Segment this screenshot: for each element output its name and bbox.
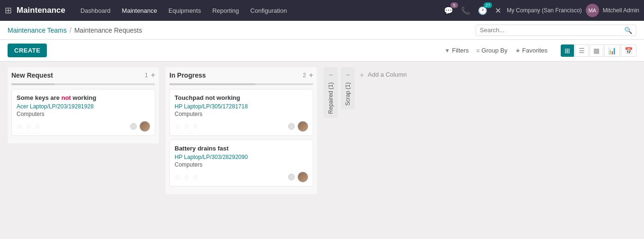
top-nav: ⊞ Maintenance Dashboard Maintenance Equi… (0, 0, 644, 21)
star-icon: ★ (515, 47, 520, 54)
card-status-1[interactable] (130, 123, 137, 130)
card-avatar-2 (298, 121, 308, 132)
filters-label: Filters (452, 47, 468, 54)
card-status-3[interactable] (288, 174, 295, 180)
breadcrumb-parent[interactable]: Maintenance Teams (8, 27, 67, 34)
search-bar: 🔍 (476, 25, 636, 36)
secondary-bar: Maintenance Teams / Maintenance Requests… (0, 21, 644, 40)
breadcrumb-separator: / (70, 27, 71, 34)
chart-view-button[interactable]: 📊 (604, 44, 620, 57)
column-count-new-request: 1 (141, 72, 148, 79)
column-header-new-request: New Request 1 + (11, 71, 155, 80)
company-name: My Company (San Francisco) (507, 7, 582, 14)
clock-badge: 27 (484, 2, 492, 8)
list-view-button[interactable]: ☰ (575, 44, 589, 57)
kanban-board: New Request 1 + Some keys are not workin… (0, 62, 644, 235)
card-title-3: Battery drains fast (175, 145, 308, 152)
column-header-in-progress: In Progress 2 + (169, 71, 313, 80)
card-title-2: Touchpad not working (175, 94, 308, 101)
card-star-3a[interactable]: ☆ (175, 173, 181, 181)
card-star-1a[interactable]: ☆ (17, 123, 23, 130)
filter-icon: ▼ (444, 47, 450, 54)
favorites-label: Favorites (522, 47, 547, 54)
column-repaired-collapsed[interactable]: − Repaired (1) (324, 67, 338, 118)
phone-icon[interactable]: 📞 (459, 4, 472, 17)
grid-icon[interactable]: ⊞ (5, 5, 12, 16)
nav-maintenance[interactable]: Maintenance (117, 5, 162, 16)
nav-dashboard[interactable]: Dashboard (76, 5, 115, 16)
close-icon[interactable]: ✕ (493, 4, 503, 17)
nav-configuration[interactable]: Configuration (246, 5, 291, 16)
card-star-3c[interactable]: ☆ (193, 173, 199, 181)
messages-badge: 5 (450, 2, 458, 8)
nav-links: Dashboard Maintenance Equipments Reporti… (76, 5, 439, 16)
card-link-3[interactable]: HP Laptop/LP/303/28292090 (175, 154, 308, 160)
card-footer-3: ☆ ☆ ☆ (175, 172, 308, 182)
add-column-label: Add a Column (368, 71, 406, 78)
card-touchpad-not-working[interactable]: Touchpad not working HP Laptop/LP/305/17… (169, 89, 313, 136)
card-battery-drains-fast[interactable]: Battery drains fast HP Laptop/LP/303/282… (169, 140, 313, 186)
column-count-in-progress: 2 (299, 72, 306, 79)
card-category-3: Computers (175, 161, 308, 168)
groupby-button[interactable]: ≡ Group By (476, 47, 508, 54)
filters-button[interactable]: ▼ Filters (444, 47, 468, 54)
card-keys-not-working[interactable]: Some keys are not working Acer Laptop/LP… (11, 89, 155, 136)
search-input[interactable] (480, 27, 624, 34)
avatar[interactable]: MA (586, 4, 599, 17)
column-add-in-progress[interactable]: + (309, 71, 313, 80)
breadcrumb: Maintenance Teams / Maintenance Requests (8, 27, 142, 34)
repaired-column-title: Repaired (1) (327, 82, 334, 114)
card-star-2b[interactable]: ☆ (184, 123, 190, 130)
column-progress-bar-new-request (11, 83, 54, 85)
favorites-button[interactable]: ★ Favorites (515, 47, 547, 54)
card-star-3b[interactable]: ☆ (184, 173, 190, 181)
card-avatar-3 (298, 172, 308, 182)
card-link-2[interactable]: HP Laptop/LP/305/17281718 (175, 103, 308, 110)
card-title-emphasis-1: not (62, 94, 71, 101)
card-star-2c[interactable]: ☆ (193, 123, 199, 130)
card-status-2[interactable] (288, 123, 295, 130)
clock-icon[interactable]: 🕐 27 (476, 4, 489, 17)
username: Mitchell Admin (603, 7, 639, 14)
column-progress-new-request (11, 83, 155, 85)
card-star-1b[interactable]: ☆ (26, 123, 32, 130)
column-new-request: New Request 1 + Some keys are not workin… (8, 67, 159, 143)
calendar-view-button[interactable]: 📅 (621, 44, 636, 57)
column-title-new-request: New Request (11, 71, 138, 79)
add-column-button[interactable]: + Add a Column (358, 67, 415, 83)
groupby-label: Group By (482, 47, 508, 54)
grid-view-button[interactable]: ▦ (590, 44, 603, 57)
card-star-1c[interactable]: ☆ (35, 123, 41, 130)
card-avatar-1 (140, 121, 150, 132)
app-brand: Maintenance (17, 6, 65, 15)
add-column-icon: + (360, 71, 364, 80)
nav-equipments[interactable]: Equipments (164, 5, 206, 16)
filter-group: ▼ Filters ≡ Group By ★ Favorites (444, 47, 547, 54)
column-scrap-collapsed[interactable]: − Scrap (1) (341, 67, 355, 109)
card-link-1[interactable]: Acer Laptop/LP/203/19281928 (17, 103, 150, 110)
kanban-view-button[interactable]: ⊞ (561, 44, 574, 57)
scrap-collapse-icon[interactable]: − (346, 71, 350, 79)
nav-right: 💬 5 📞 🕐 27 ✕ My Company (San Francisco) … (442, 4, 639, 17)
card-star-2a[interactable]: ☆ (175, 123, 181, 130)
repaired-collapse-icon[interactable]: − (329, 71, 333, 79)
column-progress-bar-in-progress (169, 83, 256, 85)
action-bar: CREATE ▼ Filters ≡ Group By ★ Favorites … (0, 40, 644, 62)
card-title-1: Some keys are not working (17, 94, 150, 101)
column-progress-in-progress (169, 83, 313, 85)
breadcrumb-current: Maintenance Requests (74, 27, 142, 34)
column-title-in-progress: In Progress (169, 71, 296, 79)
nav-reporting[interactable]: Reporting (208, 5, 244, 16)
card-footer-2: ☆ ☆ ☆ (175, 121, 308, 132)
view-switcher: ⊞ ☰ ▦ 📊 📅 (561, 44, 636, 57)
column-add-new-request[interactable]: + (151, 71, 155, 80)
card-footer-1: ☆ ☆ ☆ (17, 121, 150, 132)
create-button[interactable]: CREATE (8, 44, 47, 57)
card-category-1: Computers (17, 111, 150, 117)
groupby-icon: ≡ (476, 47, 480, 54)
card-category-2: Computers (175, 111, 308, 117)
search-icon[interactable]: 🔍 (624, 27, 632, 34)
column-in-progress: In Progress 2 + Touchpad not working HP … (166, 67, 317, 194)
messages-icon[interactable]: 💬 5 (442, 4, 455, 17)
scrap-column-title: Scrap (1) (344, 82, 351, 106)
